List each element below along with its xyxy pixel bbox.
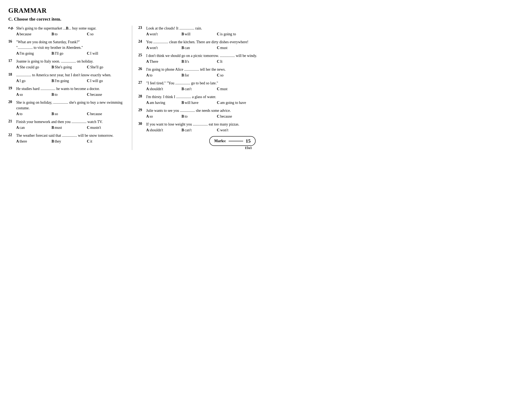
option-item: C I will [87,51,120,56]
option-item: C must [217,46,250,50]
option-item: B they [52,139,85,144]
option-item: A so [146,114,180,119]
q18-options: A I go B I'm going C I will go [8,79,128,83]
left-column: e.g. She's going to the supermarket ...B… [8,26,132,150]
option-item: A shouldn't [146,87,180,91]
option-item: C it [87,139,120,144]
option-item: B must [52,126,85,130]
question-17: 17 Joanne is going to Italy soon. ......… [8,59,128,69]
marks-container: Marks: 15 [138,136,258,146]
option-item: B can [182,46,215,50]
q26-options: A to B for C so [138,73,258,78]
option-item: B to [52,93,85,97]
q16-options: A I'm going B I'll go C I will [8,51,128,56]
q27-options: A shouldn't B can't C must [138,87,258,91]
option-item: B for [182,73,215,78]
q19-options: A so B to C because [8,93,128,97]
option-item: C won't [217,128,250,132]
marks-label: Marks: [214,139,226,143]
question-30: 30 If you want to lose weight you ......… [138,122,258,132]
question-25: 25 I don't think we should go on a picni… [138,53,258,64]
q28-options: A am having B will have C am going to ha… [138,101,258,105]
option-item: B I'm going [52,79,85,83]
option-item: C am going to have [217,101,250,105]
q21-options: A can B must C mustn't [8,126,128,130]
option-item: A can [16,126,49,130]
question-20: 20 She is going on holiday, ............… [8,100,128,116]
question-26: 26 I'm going to phone Alice ............… [138,67,258,78]
section-title: C. Choose the correct item. [8,16,258,22]
marks-line [229,141,243,141]
option-item: A am having [146,101,180,105]
option-item: C because [217,114,250,119]
question-21: 21 Finish your homework and then you ...… [8,119,128,130]
q25-options: A There B It's C It [138,60,258,64]
q20-options: A to B so C because [8,112,128,116]
option-item: B to [52,32,85,36]
option-item: A won't [146,46,180,50]
option-item: C so [217,73,250,78]
option-item: A won't [146,32,180,36]
option-item: C must [217,87,250,91]
question-23: 23 Look at the clouds! It ..............… [138,26,258,36]
option-item: C She'll go [87,65,120,69]
option-item: C It [217,60,250,64]
q30-options: A shouldn't B can't C won't [138,128,258,132]
option-item: A I'm going [16,51,49,56]
option-item: B to [182,114,215,119]
option-item: B will have [182,101,215,105]
question-18: 18 ................ to America next year… [8,72,128,83]
question-16: 16 "What are you doing on Saturday, Fran… [8,39,128,56]
question-24: 24 You ................ clean the kitche… [138,39,258,50]
option-item: A to [146,73,180,78]
option-item: A shouldn't [146,128,180,132]
example-text: She's going to the supermarket ...B... b… [16,26,96,31]
option-item: B so [52,112,85,116]
option-item: C because [87,93,120,97]
q22-options: A there B they C it [8,139,128,144]
q24-options: A won't B can C must [138,46,258,50]
page-title: GRAMMAR [8,7,258,14]
q23-options: A won't B will C is going to [138,32,258,36]
option-item: A because [16,32,49,36]
option-item: A There [146,60,180,64]
option-item: B It's [182,60,215,64]
option-item: B will [182,32,215,36]
option-item: C because [87,112,120,116]
option-item: B She's going [52,65,85,69]
option-item: C is going to [217,32,250,36]
example-question: e.g. She's going to the supermarket ...B… [8,26,128,36]
marks-value: 15 [246,138,251,144]
option-item: A She could go [16,65,49,69]
question-27: 27 "I feel tired." "You ................… [138,81,258,91]
option-item: B I'll go [52,51,85,56]
option-item: C so [87,32,120,36]
option-item: C I will go [87,79,120,83]
right-column: 23 Look at the clouds! It ..............… [132,26,258,150]
option-item: A there [16,139,49,144]
example-options: A because B to C so [8,32,128,36]
question-22: 22 The weather forecast said that ......… [8,133,128,144]
question-29: 29 Julie wants to see you ..............… [138,108,258,119]
option-item: B can't [182,128,215,132]
option-item: A to [16,112,49,116]
marks-box: Marks: 15 [209,136,256,146]
q17-options: A She could go B She's going C She'll go [8,65,128,69]
example-label: e.g. [8,26,15,31]
option-item: C mustn't [87,126,120,130]
question-28: 28 I'm thirsty. I think I ..............… [138,94,258,105]
q29-options: A so B to C because [138,114,258,119]
option-item: B can't [182,87,215,91]
marks-formula: 15x1 [138,146,258,150]
option-item: A I go [16,79,49,83]
question-19: 19 He studies hard ................ he w… [8,86,128,97]
option-item: A so [16,93,49,97]
